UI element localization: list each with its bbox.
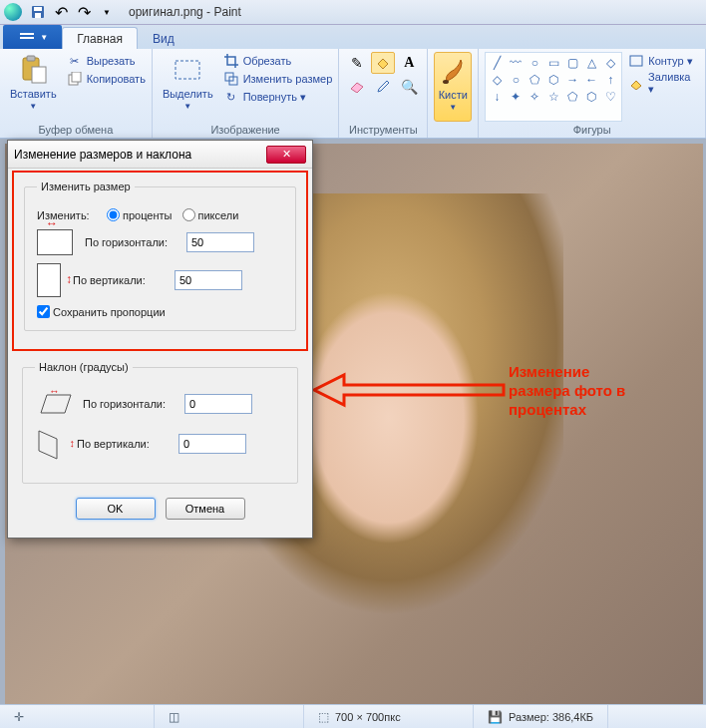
file-menu-button[interactable]: ▼ [3, 25, 62, 49]
chevron-down-icon: ▼ [183, 102, 191, 111]
cut-icon: ✂ [67, 53, 83, 69]
shapes-gallery[interactable]: ╱〰○▭▢△◇ ◇○⬠⬡→←↑ ↓✦✧☆⬠⬡♡ [485, 52, 622, 122]
group-clipboard: Вставить ▼ ✂Вырезать Копировать Буфер об… [0, 49, 153, 138]
copy-button[interactable]: Копировать [67, 70, 146, 88]
svg-rect-2 [35, 13, 41, 18]
window-title: оригинал.png - Paint [129, 5, 241, 19]
status-dimensions: ⬚700 × 700пкс [304, 705, 474, 728]
status-bar: ✛ ◫ ⬚700 × 700пкс 💾Размер: 386,4КБ [0, 704, 706, 728]
shape-fill-button[interactable]: Заливка ▾ [628, 70, 699, 97]
skew-legend: Наклон (градусы) [35, 361, 133, 373]
redo-icon[interactable]: ↷ [74, 2, 94, 22]
paste-button[interactable]: Вставить ▼ [6, 52, 61, 122]
chevron-down-icon: ▼ [449, 103, 457, 112]
resize-button[interactable]: Изменить размер [223, 70, 333, 88]
annotation-arrow-icon [309, 370, 509, 410]
resize-by-row: Изменить: проценты пиксели [37, 208, 283, 221]
fill-icon [628, 76, 644, 92]
skew-horizontal-icon: ↔ [35, 391, 71, 417]
radio-percent-input[interactable] [107, 208, 120, 221]
select-button[interactable]: Выделить ▼ [159, 52, 217, 122]
brush-icon [437, 55, 469, 87]
save-icon: 💾 [488, 710, 503, 724]
horizontal-resize-icon: ↔ [37, 229, 73, 255]
crop-icon [223, 53, 239, 69]
group-label-clipboard: Буфер обмена [6, 122, 146, 136]
dialog-buttons: OK Отмена [22, 494, 298, 524]
group-label-shapes: Фигуры [485, 122, 699, 136]
radio-pixels-input[interactable] [182, 208, 195, 221]
rotate-button[interactable]: ↻Повернуть ▾ [223, 88, 333, 106]
resize-fieldset: Изменить размер Изменить: проценты пиксе… [24, 181, 296, 331]
paste-icon [17, 54, 49, 86]
vertical-field: ↕ По вертикали: [37, 263, 283, 297]
skew-vertical-input[interactable] [178, 434, 246, 454]
skew-horizontal-field: ↔ По горизонтали: [35, 391, 285, 417]
annotation-text: Изменение размера фото в процентах [509, 363, 625, 419]
dialog-title: Изменение размеров и наклона [14, 148, 191, 162]
svg-rect-4 [20, 37, 34, 39]
shape-outline-button[interactable]: Контур ▾ [628, 52, 699, 70]
skew-vertical-label: По вертикали: [77, 438, 167, 450]
skew-horizontal-input[interactable] [184, 394, 252, 414]
pencil-tool-icon[interactable]: ✎ [345, 52, 369, 74]
skew-fieldset: Наклон (градусы) ↔ По горизонтали: ↕ По … [22, 361, 298, 484]
horizontal-label: По горизонтали: [85, 236, 175, 248]
undo-icon[interactable]: ↶ [51, 2, 71, 22]
vertical-resize-icon: ↕ [37, 263, 61, 297]
picker-tool-icon[interactable] [371, 76, 395, 98]
svg-rect-9 [72, 72, 81, 82]
keep-aspect-checkbox[interactable]: Сохранить пропорции [37, 306, 166, 318]
svg-rect-7 [32, 67, 46, 83]
select-icon [172, 54, 203, 86]
eraser-tool-icon[interactable] [345, 76, 369, 98]
ribbon-tabs: ▼ Главная Вид [0, 25, 706, 49]
cancel-button[interactable]: Отмена [166, 498, 245, 520]
qat-more-icon[interactable]: ▼ [97, 2, 117, 22]
group-brushes: Кисти ▼ [428, 49, 479, 138]
skew-vertical-field: ↕ По вертикали: [35, 425, 285, 463]
ok-button[interactable]: OK [76, 498, 156, 520]
group-label-image: Изображение [159, 122, 332, 136]
dimensions-icon: ⬚ [318, 710, 329, 724]
tab-view[interactable]: Вид [138, 27, 189, 49]
radio-percent[interactable]: проценты [107, 208, 173, 221]
copy-icon [67, 71, 83, 87]
svg-rect-14 [630, 56, 642, 66]
zoom-tool-icon[interactable]: 🔍 [397, 76, 421, 98]
group-shapes: ╱〰○▭▢△◇ ◇○⬠⬡→←↑ ↓✦✧☆⬠⬡♡ Контур ▾ Заливка… [479, 49, 706, 138]
svg-rect-6 [27, 56, 35, 61]
vertical-input[interactable] [175, 270, 242, 290]
resize-highlight-box: Изменить размер Изменить: проценты пиксе… [12, 171, 308, 351]
text-tool-icon[interactable]: A [397, 52, 421, 74]
title-bar: ↶ ↷ ▼ оригинал.png - Paint [0, 0, 706, 25]
rotate-icon: ↻ [223, 89, 239, 105]
tab-main[interactable]: Главная [62, 27, 138, 49]
brushes-button[interactable]: Кисти ▼ [434, 52, 472, 122]
fill-tool-icon[interactable] [371, 52, 395, 74]
horizontal-field: ↔ По горизонтали: [37, 229, 283, 255]
group-image: Выделить ▼ Обрезать Изменить размер ↻Пов… [153, 49, 339, 138]
group-tools: ✎ A 🔍 Инструменты [339, 49, 428, 138]
keep-aspect-input[interactable] [37, 305, 50, 318]
svg-rect-10 [176, 61, 199, 79]
app-icon [4, 3, 22, 21]
cursor-pos-icon: ✛ [14, 710, 24, 724]
horizontal-input[interactable] [186, 232, 254, 252]
outline-icon [628, 53, 644, 69]
radio-pixels[interactable]: пиксели [182, 208, 239, 221]
skew-horizontal-label: По горизонтали: [83, 398, 173, 410]
svg-rect-1 [34, 7, 42, 11]
cut-button[interactable]: ✂Вырезать [67, 52, 146, 70]
skew-vertical-icon: ↕ [35, 425, 65, 463]
svg-point-13 [443, 80, 449, 84]
resize-dialog: Изменение размеров и наклона ✕ Изменить … [7, 140, 313, 539]
crop-button[interactable]: Обрезать [223, 52, 333, 70]
close-button[interactable]: ✕ [266, 146, 306, 164]
save-icon[interactable] [28, 2, 48, 22]
dialog-title-bar[interactable]: Изменение размеров и наклона ✕ [8, 141, 312, 169]
svg-rect-3 [20, 33, 34, 35]
resize-legend: Изменить размер [37, 181, 135, 192]
chevron-down-icon: ▼ [29, 102, 37, 111]
tools-grid: ✎ A 🔍 [345, 52, 421, 122]
